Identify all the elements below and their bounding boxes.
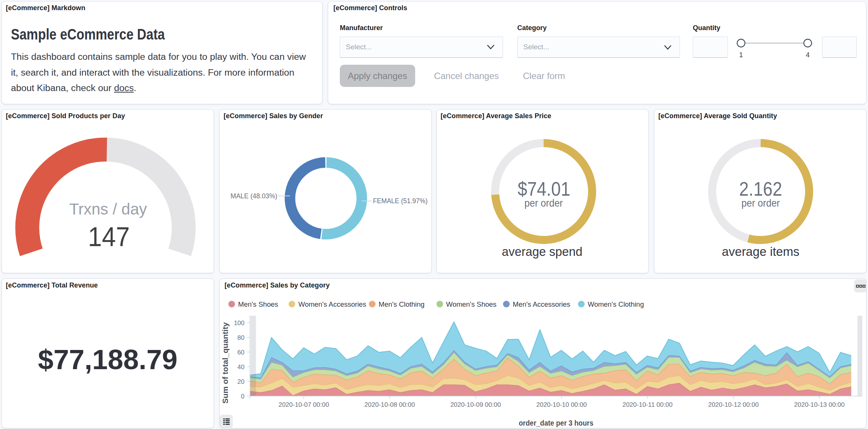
svg-text:1: 1 xyxy=(739,51,743,59)
svg-text:2020-10-07 00:00: 2020-10-07 00:00 xyxy=(278,401,329,408)
svg-text:Men's Accessories: Men's Accessories xyxy=(513,300,570,308)
svg-text:60: 60 xyxy=(237,349,245,356)
svg-text:Sum of total_quantity: Sum of total_quantity xyxy=(221,322,229,404)
svg-text:2020-10-08 00:00: 2020-10-08 00:00 xyxy=(364,401,415,408)
svg-text:2020-10-09 00:00: 2020-10-09 00:00 xyxy=(450,401,501,408)
svg-text:2020-10-10 00:00: 2020-10-10 00:00 xyxy=(536,401,587,408)
svg-text:20: 20 xyxy=(237,378,245,385)
svg-text:average spend: average spend xyxy=(502,244,582,259)
svg-text:Trxns / day: Trxns / day xyxy=(69,200,147,218)
svg-text:Men's Shoes: Men's Shoes xyxy=(238,300,278,308)
svg-text:80: 80 xyxy=(237,334,245,341)
svg-text:2.162: 2.162 xyxy=(739,178,782,200)
svg-text:$74.01: $74.01 xyxy=(518,178,570,200)
svg-text:2020-10-11 00:00: 2020-10-11 00:00 xyxy=(622,401,672,408)
svg-text:Men's Clothing: Men's Clothing xyxy=(379,300,425,308)
svg-text:0: 0 xyxy=(241,393,245,400)
svg-text:Women's Shoes: Women's Shoes xyxy=(446,300,497,308)
svg-text:2020-10-12 00:00: 2020-10-12 00:00 xyxy=(708,401,759,408)
svg-text:FEMALE (51.97%): FEMALE (51.97%) xyxy=(373,197,428,205)
svg-text:average items: average items xyxy=(722,244,799,259)
svg-text:order_date per 3 hours: order_date per 3 hours xyxy=(519,419,593,427)
svg-text:4: 4 xyxy=(806,51,810,59)
svg-text:per order: per order xyxy=(524,197,563,209)
svg-text:per order: per order xyxy=(741,197,780,209)
svg-text:2020-10-13 00:00: 2020-10-13 00:00 xyxy=(794,401,845,408)
svg-text:147: 147 xyxy=(88,221,130,252)
svg-text:40: 40 xyxy=(237,364,245,371)
svg-text:Women's Accessories: Women's Accessories xyxy=(298,300,366,308)
svg-text:100: 100 xyxy=(234,319,245,327)
svg-text:MALE (48.03%): MALE (48.03%) xyxy=(231,192,277,200)
svg-text:Women's Clothing: Women's Clothing xyxy=(588,300,644,308)
